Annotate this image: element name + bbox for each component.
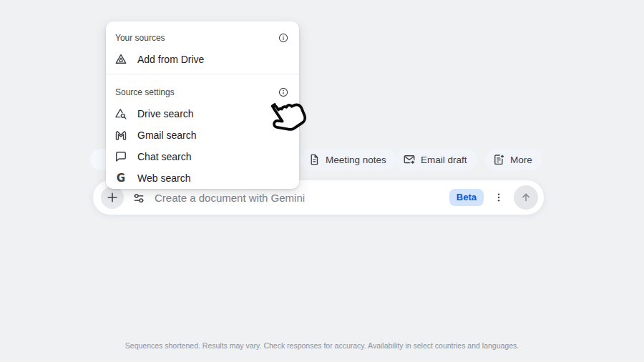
sources-menu: Your sources Add from Drive Source setti… bbox=[106, 21, 299, 189]
section-label: Source settings bbox=[115, 87, 175, 97]
gmail-icon bbox=[114, 128, 128, 142]
email-draft-icon bbox=[403, 153, 416, 166]
more-options-button[interactable] bbox=[493, 189, 504, 206]
prompt-bar-actions: Beta bbox=[449, 180, 538, 215]
kebab-icon bbox=[493, 191, 504, 204]
chat-icon bbox=[114, 150, 128, 164]
chip-label: Meeting notes bbox=[326, 155, 386, 165]
send-button[interactable] bbox=[514, 185, 538, 210]
chip-email-draft[interactable]: Email draft bbox=[396, 149, 477, 170]
chip-label: More bbox=[510, 155, 532, 165]
plus-icon bbox=[105, 190, 119, 205]
menu-item-label: Chat search bbox=[137, 151, 191, 162]
menu-item-label: Add from Drive bbox=[137, 54, 204, 65]
menu-item-gmail-search[interactable]: Gmail search bbox=[106, 124, 299, 146]
menu-item-web-search[interactable]: G Web search bbox=[106, 167, 299, 189]
menu-item-drive-search[interactable]: Drive search bbox=[106, 103, 299, 124]
section-label: Your sources bbox=[115, 33, 165, 43]
drive-add-icon bbox=[114, 52, 128, 67]
menu-section-header-your-sources: Your sources bbox=[106, 27, 299, 49]
document-icon bbox=[308, 153, 321, 166]
menu-item-add-from-drive[interactable]: Add from Drive bbox=[106, 49, 299, 70]
chip-label: Email draft bbox=[421, 155, 467, 165]
menu-item-label: Drive search bbox=[137, 108, 194, 119]
info-icon[interactable] bbox=[278, 87, 289, 98]
chip-more[interactable]: More bbox=[485, 149, 542, 170]
beta-badge: Beta bbox=[449, 189, 484, 206]
menu-item-label: Web search bbox=[137, 172, 190, 184]
menu-divider bbox=[106, 74, 299, 74]
menu-item-chat-search[interactable]: Chat search bbox=[106, 146, 299, 167]
info-icon[interactable] bbox=[278, 32, 289, 44]
menu-section-header-source-settings: Source settings bbox=[106, 82, 299, 103]
add-sources-button[interactable] bbox=[101, 186, 124, 209]
chip-meeting-notes[interactable]: Meeting notes bbox=[301, 149, 396, 170]
arrow-up-icon bbox=[519, 190, 533, 205]
source-settings-button[interactable] bbox=[131, 190, 147, 206]
svg-text:G: G bbox=[117, 172, 125, 185]
disclaimer-text: Sequences shortened. Results may vary. C… bbox=[0, 341, 644, 350]
gemini-docs-canvas: Meeting notes Email draft More bbox=[0, 0, 644, 362]
drive-search-icon bbox=[114, 107, 128, 121]
tune-icon bbox=[132, 191, 146, 205]
google-g-icon: G bbox=[114, 171, 128, 185]
note-add-icon bbox=[492, 153, 505, 166]
menu-item-label: Gmail search bbox=[137, 129, 196, 141]
